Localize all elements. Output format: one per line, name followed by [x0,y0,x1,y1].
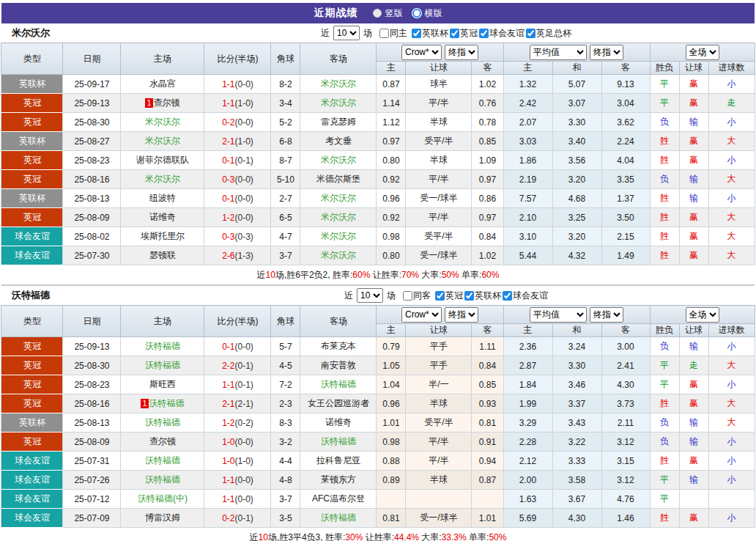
summary-segment: 60% [352,270,370,280]
league-filter-英联杯[interactable]: 英联杯 [464,290,501,302]
score-halftime: (0-1) [234,361,253,371]
odds-away-cell: 0.84 [472,356,503,375]
avg-home-cell: 1.63 [503,490,552,509]
view-radio-竖版[interactable] [373,9,382,18]
league-filter-英联杯[interactable]: 英联杯 [412,27,448,40]
match-date: 25-08-13 [63,413,121,433]
match-date: 25-08-09 [63,433,121,452]
col-avg-away: 客 [601,324,650,337]
home-team-cell: 沃特福德 [121,356,204,375]
matches-label: 场 [387,290,396,302]
league-checkbox[interactable] [450,29,459,38]
away-team-cell: 沃特福德 [300,509,377,528]
match-date: 25-08-09 [63,208,121,227]
result-handicap-cell: 输 [679,433,708,452]
avg-draw-cell: 3.43 [552,413,601,433]
matches-table-watford: 类型 日期 主场 比分(半场) 角球 客场 Crow*终指 平均值终指 全场 主… [1,305,755,528]
avg-away-cell: 2.15 [601,227,650,246]
odds-away-cell: 0.87 [472,471,503,490]
match-type-badge: 英冠 [1,113,63,132]
match-date: 25-08-23 [63,151,121,170]
recent-count-select[interactable]: 10 [333,26,360,40]
view-radio-横版[interactable] [412,9,421,18]
same-team-filter[interactable]: 同主 [379,27,407,40]
avg-home-cell: 2.00 [503,471,552,490]
home-team-name: 沃特福德 [145,417,180,427]
average-stage-select[interactable]: 终指 [590,45,623,60]
col-result-goals: 进球数 [708,324,755,337]
odds-home-cell: 0.96 [377,189,406,208]
league-filter-球会友谊[interactable]: 球会友谊 [479,27,525,40]
league-filter-球会友谊[interactable]: 球会友谊 [503,290,548,302]
score-fulltime: 2-1 [222,136,234,147]
league-filter-英足总杯[interactable]: 英足总杯 [526,27,571,40]
same-team-checkbox[interactable] [379,29,389,38]
odds-home-cell: 0.89 [377,471,406,490]
average-select[interactable]: 平均值 [530,45,587,60]
avg-away-cell: 4.04 [601,151,650,170]
avg-home-cell: 2.28 [503,433,552,452]
average-select[interactable]: 平均值 [530,307,587,323]
home-team-cell: 沃特福德 [121,413,204,433]
league-checkbox[interactable] [435,291,445,301]
league-checkbox[interactable] [412,29,421,38]
odds-handicap-cell: 平手 [406,356,472,375]
team-name: 米尔沃尔 [12,26,50,40]
match-score: 2-6(1-3) [204,246,271,265]
league-checkbox[interactable] [464,291,474,301]
score-fulltime: 1-1 [222,79,234,89]
recent-count-select[interactable]: 10 [357,288,383,303]
result-goals-cell: 小 [708,375,755,394]
bookmaker-select[interactable]: Crow* [401,307,442,323]
same-team-checkbox[interactable] [403,291,412,301]
same-team-filter[interactable]: 同客 [403,290,431,302]
away-team-name: 拉科鲁尼亚 [316,455,360,465]
odds-handicap-cell: 半球 [406,471,472,490]
match-date: 25-07-31 [63,452,121,471]
col-result-handicap: 让球 [679,324,708,337]
odds-home-cell [377,490,406,509]
score-fulltime: 0-1 [222,155,234,166]
score-fulltime: 0-1 [222,194,234,204]
league-filter-英冠[interactable]: 英冠 [450,27,478,40]
col-type: 类型 [1,306,63,337]
odds-stage-select[interactable]: 终指 [445,307,478,323]
match-score: 2-2(0-1) [204,356,271,375]
result-goals-cell: 小 [708,151,755,170]
table-row: 英冠25-08-30沃特福德2-2(0-1)4-5南安普敦1.05平手0.842… [1,356,755,375]
league-checkbox[interactable] [526,29,536,38]
result-handicap-cell: 赢 [679,151,708,170]
away-team-cell: 米尔沃尔 [300,246,377,265]
odds-home-cell: 0.80 [377,246,406,265]
match-date: 25-08-13 [63,189,121,208]
avg-home-cell: 1.86 [503,151,552,170]
scope-select[interactable]: 全场 [686,45,719,60]
away-team-name: 米尔沃尔 [321,78,356,89]
league-checkbox[interactable] [503,291,512,301]
table-row: 英冠25-08-161沃特福德2-1(2-1)2-3女王公园巡游者0.96半球0… [1,394,755,413]
odds-handicap-cell: 平/半 [406,94,472,113]
match-date: 25-07-30 [63,246,121,265]
league-checkbox[interactable] [479,29,489,38]
avg-home-cell: 1.84 [503,375,552,394]
scope-select[interactable]: 全场 [686,307,719,323]
avg-away-cell: 3.12 [601,433,650,452]
bookmaker-select[interactable]: Crow* [401,45,442,60]
match-type-badge: 英联杯 [1,75,63,94]
avg-home-cell: 3.29 [503,413,552,433]
match-score: 1-0(1-0) [204,452,271,471]
odds-handicap-cell: 半/一 [406,375,472,394]
col-odds-home: 主 [377,62,406,75]
away-team-cell: 考文垂 [300,132,377,151]
odds-home-cell: 1.01 [377,413,406,433]
away-team-cell: 米德尔斯堡 [300,170,377,189]
summary-segment: 让胜率: [370,270,401,280]
home-team-name: 诺维奇 [149,212,176,222]
home-team-name: 沃特福德 [145,360,180,370]
league-filter-英冠[interactable]: 英冠 [435,290,463,302]
average-stage-select[interactable]: 终指 [590,307,623,323]
odds-stage-select[interactable]: 终指 [445,45,478,60]
score-halftime: (1-0) [234,98,253,108]
score-halftime: (0-2) [234,418,253,428]
result-goals-cell: 大 [708,227,755,246]
